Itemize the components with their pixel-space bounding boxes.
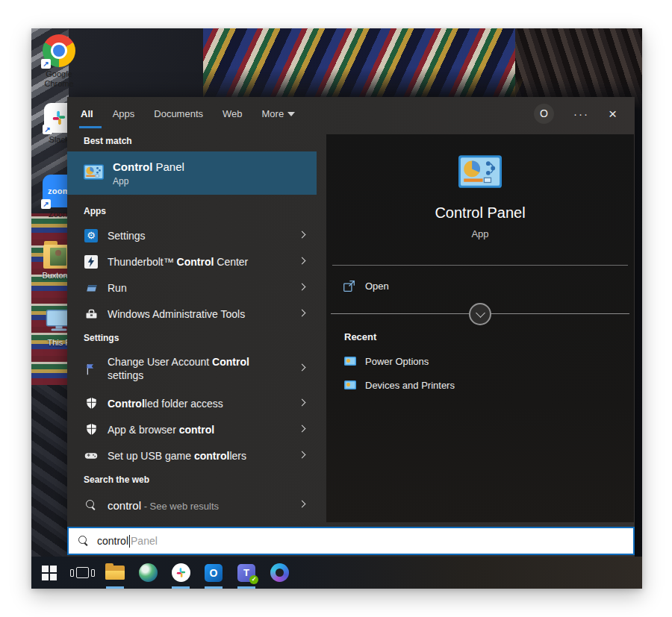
slack-glyph-icon <box>51 110 67 126</box>
thunderbolt-icon <box>84 255 98 269</box>
desktop-icon-label: Google Chrome <box>31 69 87 88</box>
windows-desktop-screenshot: ↗ Google Chrome ↗ Slack zoom ↗ Zoom Buxt… <box>31 28 642 589</box>
best-match-subtitle: App <box>113 176 184 187</box>
chevron-right-icon <box>299 309 306 316</box>
wallpaper-stained-glass <box>203 28 524 100</box>
chevron-right-icon <box>299 364 306 372</box>
outlook-button[interactable]: O <box>197 557 230 589</box>
chrome-icon: ↗ <box>43 34 75 67</box>
open-external-icon <box>343 280 355 292</box>
more-options-icon[interactable]: ··· <box>573 107 589 120</box>
chevron-right-icon <box>299 398 306 406</box>
microsoft-365-button[interactable] <box>263 557 296 589</box>
text-caret <box>129 535 130 548</box>
chevron-right-icon <box>299 501 306 508</box>
recent-item-devices-printers[interactable]: Devices and Printers <box>344 378 455 392</box>
expand-panel-button[interactable] <box>469 303 491 325</box>
control-panel-icon <box>84 164 104 183</box>
start-search-flyout: All Apps Documents Web More O ··· × Best… <box>67 97 635 557</box>
best-match-title: Control Panel <box>113 160 184 173</box>
best-match-header: Best match <box>84 136 132 146</box>
result-row-web-search[interactable]: control - See web results <box>67 491 317 519</box>
search-icon <box>86 500 96 510</box>
shield-icon <box>84 397 99 410</box>
running-app-indicator <box>237 586 255 589</box>
task-view-button[interactable] <box>66 557 99 589</box>
chevron-right-icon <box>299 425 306 432</box>
running-app-indicator <box>106 586 124 589</box>
teams-icon: T✓ <box>237 564 255 582</box>
wallpaper-left-bottom <box>31 385 69 557</box>
divider <box>332 265 628 266</box>
recent-item-power-options[interactable]: Power Options <box>344 354 429 369</box>
tab-web[interactable]: Web <box>223 108 243 119</box>
result-row-run[interactable]: Run <box>67 275 317 301</box>
detail-title: Control Panel <box>326 204 634 222</box>
desktop-icon-chrome[interactable]: ↗ Google Chrome <box>31 34 87 88</box>
search-filter-tabs: All Apps Documents Web More O ··· × <box>67 97 635 130</box>
shortcut-arrow-icon: ↗ <box>41 59 51 69</box>
vpn-globe-button[interactable] <box>131 557 164 589</box>
uac-flag-icon <box>84 363 99 375</box>
tab-documents[interactable]: Documents <box>154 108 203 119</box>
chevron-right-icon <box>299 283 306 290</box>
settings-gear-icon: ⚙ <box>84 229 98 242</box>
search-typed-text: control <box>97 535 128 547</box>
chevron-right-icon <box>299 451 306 458</box>
active-tab-underline <box>79 126 102 128</box>
toolbox-icon <box>84 308 99 320</box>
close-icon[interactable]: × <box>609 107 617 121</box>
teams-button[interactable]: T✓ <box>230 557 263 589</box>
result-detail-pane: Control Panel App Open Recent Power Opti… <box>326 134 634 522</box>
microsoft-365-icon <box>270 563 289 582</box>
shortcut-arrow-icon: ↗ <box>41 199 51 209</box>
settings-header: Settings <box>84 333 119 343</box>
result-row-app-browser-control[interactable]: App & browser control <box>67 416 317 442</box>
shield-icon <box>84 423 99 436</box>
search-input[interactable]: controlPanel <box>67 527 635 555</box>
run-icon <box>84 283 99 293</box>
file-explorer-icon <box>105 566 125 580</box>
outlook-icon: O <box>205 564 223 582</box>
tab-all[interactable]: All <box>81 108 93 119</box>
wallpaper-left-mosaic <box>31 213 69 385</box>
status-available-icon: ✓ <box>249 575 258 584</box>
recent-header: Recent <box>344 331 376 342</box>
tab-more[interactable]: More <box>262 108 296 119</box>
task-view-icon <box>76 567 89 578</box>
open-action[interactable]: Open <box>343 276 389 295</box>
file-explorer-button[interactable] <box>99 557 131 589</box>
shortcut-arrow-icon: ↗ <box>43 125 52 134</box>
result-row-uac[interactable]: Change User Account Control settings <box>67 349 317 388</box>
start-button[interactable] <box>33 557 66 589</box>
control-panel-mini-icon <box>344 357 356 366</box>
result-row-controlled-folder[interactable]: Controlled folder access <box>67 390 317 416</box>
tab-apps[interactable]: Apps <box>113 108 135 119</box>
result-row-usb-game-controllers[interactable]: Set up USB game controllers <box>67 442 317 469</box>
windows-logo-icon <box>42 566 57 580</box>
control-panel-mini-icon <box>344 380 356 389</box>
search-suggestion-text: Panel <box>131 535 158 547</box>
chevron-right-icon <box>299 231 306 238</box>
taskbar: O T✓ <box>31 557 642 589</box>
detail-subtitle: App <box>326 228 634 239</box>
user-avatar[interactable]: O <box>534 104 554 124</box>
chevron-right-icon <box>299 257 306 264</box>
open-label: Open <box>365 281 389 292</box>
globe-icon <box>139 563 158 582</box>
result-row-settings[interactable]: ⚙ Settings <box>67 222 317 248</box>
slack-icon <box>172 563 190 582</box>
control-panel-icon-large <box>458 155 502 191</box>
slack-button[interactable] <box>164 557 197 589</box>
best-match-result[interactable]: Control Panel App <box>67 151 317 195</box>
running-app-indicator <box>172 586 190 589</box>
running-app-indicator <box>205 586 223 589</box>
search-icon <box>78 536 89 546</box>
apps-header: Apps <box>84 206 106 216</box>
chevron-down-icon <box>287 112 295 116</box>
search-the-web-header: Search the web <box>84 475 149 485</box>
gamepad-icon <box>84 451 99 460</box>
result-row-admin-tools[interactable]: Windows Administrative Tools <box>67 301 317 327</box>
result-row-thunderbolt[interactable]: Thunderbolt™ Control Center <box>67 248 317 275</box>
